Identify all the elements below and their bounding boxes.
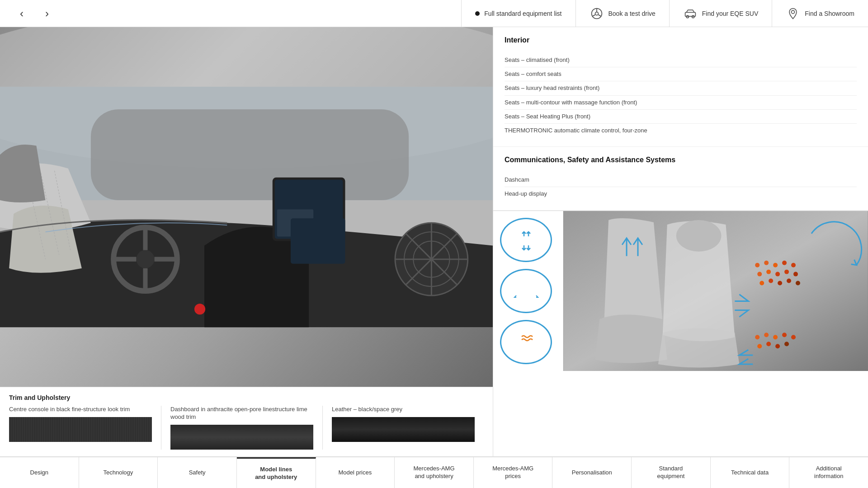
test-drive-link[interactable]: Book a test drive bbox=[576, 0, 669, 27]
find-showroom-label: Find a Showroom bbox=[805, 10, 854, 17]
svg-point-60 bbox=[757, 272, 762, 276]
test-drive-label: Book a test drive bbox=[609, 10, 656, 17]
nav-amg-prices-label: Mercedes-AMGprices bbox=[492, 465, 533, 480]
nav-standard-equipment-label: Standardequipment bbox=[657, 465, 685, 480]
nav-model-lines-label: Model linesand upholstery bbox=[255, 466, 297, 481]
svg-point-73 bbox=[782, 333, 787, 337]
nav-safety-label: Safety bbox=[189, 469, 206, 477]
list-item: Seats – comfort seats bbox=[505, 67, 857, 81]
svg-point-69 bbox=[796, 281, 800, 285]
svg-point-8 bbox=[792, 10, 795, 14]
seat-ventilation-icon bbox=[513, 226, 540, 253]
svg-rect-22 bbox=[291, 218, 345, 263]
nav-amg-prices[interactable]: Mercedes-AMGprices bbox=[474, 457, 553, 488]
seat-heating-icon bbox=[513, 328, 540, 356]
svg-point-58 bbox=[782, 260, 787, 265]
equipment-dot bbox=[475, 11, 480, 16]
list-item: THERMOTRONIC automatic climate control, … bbox=[505, 124, 857, 137]
svg-point-74 bbox=[791, 335, 796, 339]
svg-point-55 bbox=[755, 263, 760, 267]
list-item: Dashcam bbox=[505, 173, 857, 187]
trim-swatch-2 bbox=[170, 425, 313, 450]
nav-right: Full standard equipment list Book a test… bbox=[461, 0, 868, 27]
comms-section: Communications, Safety and Assistance Sy… bbox=[493, 147, 868, 210]
svg-line-3 bbox=[598, 14, 601, 16]
svg-point-76 bbox=[766, 342, 771, 346]
main-content: Trim and Upholstery Centre console in bl… bbox=[0, 27, 868, 456]
svg-point-67 bbox=[778, 281, 782, 285]
svg-point-68 bbox=[787, 278, 791, 283]
list-item: Seats – climatised (front) bbox=[505, 53, 857, 67]
nav-technical-data[interactable]: Technical data bbox=[711, 457, 790, 488]
svg-point-46 bbox=[525, 288, 527, 291]
nav-additional-info[interactable]: Additionalinformation bbox=[789, 457, 868, 488]
car-icon bbox=[683, 6, 698, 21]
trim-title: Trim and Upholstery bbox=[9, 394, 484, 401]
nav-personalisation[interactable]: Personalisation bbox=[552, 457, 632, 488]
comms-list: Dashcam Head-up display bbox=[505, 173, 857, 201]
trim-label-2: Dashboard in anthracite open-pore linest… bbox=[170, 406, 313, 421]
full-equipment-label: Full standard equipment list bbox=[484, 10, 561, 17]
trim-items: Centre console in black fine-structure l… bbox=[9, 406, 484, 450]
nav-additional-info-label: Additionalinformation bbox=[814, 465, 843, 480]
bottom-navigation: Design Technology Safety Model linesand … bbox=[0, 456, 868, 488]
prev-button[interactable]: ‹ bbox=[14, 5, 30, 22]
svg-point-47 bbox=[528, 288, 531, 291]
feature-panel bbox=[493, 211, 868, 371]
svg-point-45 bbox=[521, 288, 524, 291]
right-panel: Interior Seats – climatised (front) Seat… bbox=[493, 27, 868, 456]
nav-technical-data-label: Technical data bbox=[731, 469, 769, 477]
left-section: Trim and Upholstery Centre console in bl… bbox=[0, 27, 493, 456]
list-item: Seats – multi-contour with massage funct… bbox=[505, 96, 857, 110]
nav-model-lines[interactable]: Model linesand upholstery bbox=[237, 457, 316, 488]
nav-safety[interactable]: Safety bbox=[158, 457, 237, 488]
svg-point-75 bbox=[757, 344, 762, 348]
next-button[interactable]: › bbox=[39, 5, 55, 22]
seat-viz-svg bbox=[563, 211, 868, 371]
svg-point-64 bbox=[793, 272, 798, 276]
seat-massage-circle bbox=[500, 269, 552, 313]
svg-point-77 bbox=[775, 344, 780, 348]
nav-amg-upholstery[interactable]: Mercedes-AMGand upholstery bbox=[395, 457, 474, 488]
feature-icons bbox=[493, 211, 563, 371]
full-equipment-link[interactable]: Full standard equipment list bbox=[461, 0, 575, 27]
seat-heating-circle bbox=[500, 320, 552, 364]
svg-point-43 bbox=[525, 284, 527, 286]
svg-point-62 bbox=[775, 272, 780, 276]
interior-list: Seats – climatised (front) Seats – comfo… bbox=[505, 53, 857, 137]
svg-point-71 bbox=[764, 333, 769, 337]
comms-section-title: Communications, Safety and Assistance Sy… bbox=[505, 156, 857, 168]
trim-swatch-3 bbox=[332, 417, 475, 442]
find-eqe-link[interactable]: Find your EQE SUV bbox=[669, 0, 772, 27]
svg-point-57 bbox=[773, 263, 778, 267]
seat-ventilation-circle bbox=[500, 218, 552, 262]
svg-point-52 bbox=[676, 220, 722, 251]
seat-massage-icon bbox=[513, 277, 540, 305]
find-showroom-link[interactable]: Find a Showroom bbox=[772, 0, 868, 27]
list-item: Seats – luxury head restraints (front) bbox=[505, 81, 857, 95]
nav-model-prices[interactable]: Model prices bbox=[316, 457, 395, 488]
car-interior-image bbox=[0, 27, 493, 387]
svg-point-44 bbox=[528, 284, 531, 286]
nav-design[interactable]: Design bbox=[0, 457, 79, 488]
svg-rect-34 bbox=[519, 229, 533, 243]
nav-personalisation-label: Personalisation bbox=[572, 469, 612, 477]
trim-label-1: Centre console in black fine-structure l… bbox=[9, 406, 152, 413]
nav-technology[interactable]: Technology bbox=[79, 457, 158, 488]
trim-item-1: Centre console in black fine-structure l… bbox=[9, 406, 161, 450]
nav-arrows: ‹ › bbox=[0, 5, 69, 22]
interior-section-title: Interior bbox=[505, 36, 857, 48]
svg-point-78 bbox=[784, 342, 789, 346]
svg-point-65 bbox=[760, 281, 764, 285]
nav-technology-label: Technology bbox=[104, 469, 133, 477]
svg-point-14 bbox=[136, 250, 154, 268]
nav-model-prices-label: Model prices bbox=[339, 469, 372, 477]
nav-design-label: Design bbox=[30, 469, 48, 477]
trim-label-3: Leather – black/space grey bbox=[332, 406, 475, 413]
svg-point-70 bbox=[755, 335, 760, 339]
top-navigation: ‹ › Full standard equipment list Book a … bbox=[0, 0, 868, 27]
svg-point-56 bbox=[764, 260, 769, 265]
nav-standard-equipment[interactable]: Standardequipment bbox=[632, 457, 711, 488]
nav-amg-upholstery-label: Mercedes-AMGand upholstery bbox=[414, 465, 455, 480]
svg-point-66 bbox=[769, 278, 773, 283]
